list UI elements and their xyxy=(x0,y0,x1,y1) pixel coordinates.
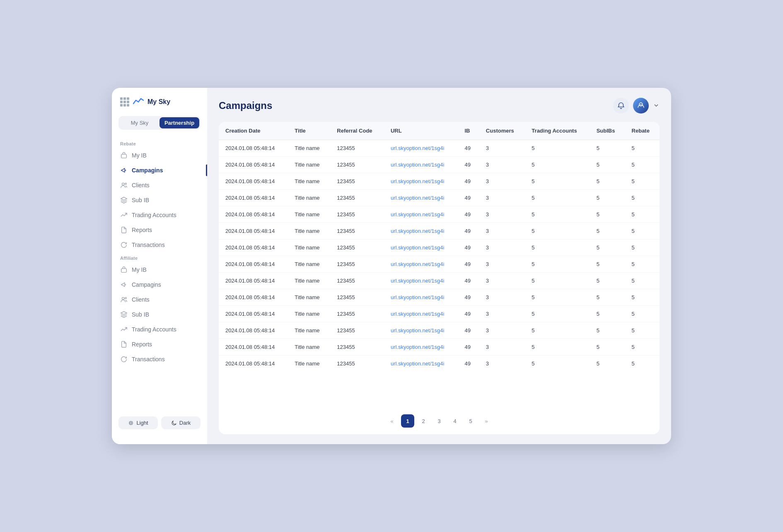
cell-url[interactable]: url.skyoption.net/1sg4i xyxy=(384,289,458,306)
cell-date: 2024.01.08 05:48:14 xyxy=(219,273,288,289)
sidebar-item-clients[interactable]: Clients xyxy=(112,178,207,193)
notification-button[interactable] xyxy=(613,98,629,114)
cell-url[interactable]: url.skyoption.net/1sg4i xyxy=(384,355,458,372)
table-row: 2024.01.08 05:48:14 Title name 123455 ur… xyxy=(219,256,660,273)
sidebar-item-campaigns[interactable]: Campagins xyxy=(112,163,207,178)
cell-url[interactable]: url.skyoption.net/1sg4i xyxy=(384,190,458,206)
sidebar-item-aff-clients[interactable]: Clients xyxy=(112,292,207,307)
dark-theme-button[interactable]: Dark xyxy=(161,416,201,429)
sidebar-item-aff-campaigns[interactable]: Campagins xyxy=(112,277,207,292)
url-link: url.skyoption.net/1sg4i xyxy=(391,211,444,218)
cell-url[interactable]: url.skyoption.net/1sg4i xyxy=(384,339,458,355)
sidebar-item-sub-ib-label: Sub IB xyxy=(132,197,149,203)
chevron-down-icon xyxy=(653,102,660,109)
sidebar-item-campaigns-label: Campagins xyxy=(132,167,163,174)
cell-trading-accounts: 5 xyxy=(525,256,590,273)
sidebar-item-sub-ib[interactable]: Sub IB xyxy=(112,193,207,208)
table-row: 2024.01.08 05:48:14 Title name 123455 ur… xyxy=(219,157,660,173)
sidebar-item-aff-trading-accounts[interactable]: Trading Accounts xyxy=(112,322,207,337)
cell-customers: 3 xyxy=(479,157,525,173)
pagination-prev[interactable]: « xyxy=(385,414,399,428)
table-row: 2024.01.08 05:48:14 Title name 123455 ur… xyxy=(219,339,660,355)
cell-date: 2024.01.08 05:48:14 xyxy=(219,306,288,322)
table-row: 2024.01.08 05:48:14 Title name 123455 ur… xyxy=(219,206,660,223)
cell-date: 2024.01.08 05:48:14 xyxy=(219,239,288,256)
bell-icon xyxy=(617,102,625,109)
table-row: 2024.01.08 05:48:14 Title name 123455 ur… xyxy=(219,190,660,206)
user-menu-chevron[interactable] xyxy=(653,102,660,110)
cell-url[interactable]: url.skyoption.net/1sg4i xyxy=(384,256,458,273)
sidebar-logo: My Sky xyxy=(112,96,207,116)
campaigns-table-container: Creation Date Title Referral Code URL IB… xyxy=(219,122,660,434)
sidebar-item-reports-label: Reports xyxy=(132,227,152,233)
cell-trading-accounts: 5 xyxy=(525,157,590,173)
cell-ib: 49 xyxy=(458,339,479,355)
cell-date: 2024.01.08 05:48:14 xyxy=(219,339,288,355)
col-title: Title xyxy=(288,122,330,140)
cell-title: Title name xyxy=(288,273,330,289)
my-sky-tab[interactable]: My Sky xyxy=(120,117,160,128)
grid-icon xyxy=(120,97,129,106)
table-row: 2024.01.08 05:48:14 Title name 123455 ur… xyxy=(219,306,660,322)
url-link: url.skyoption.net/1sg4i xyxy=(391,327,444,334)
cell-trading-accounts: 5 xyxy=(525,322,590,339)
cell-url[interactable]: url.skyoption.net/1sg4i xyxy=(384,157,458,173)
cell-customers: 3 xyxy=(479,339,525,355)
svg-point-6 xyxy=(130,422,133,424)
cell-trading-accounts: 5 xyxy=(525,306,590,322)
cell-customers: 3 xyxy=(479,322,525,339)
cell-ib: 49 xyxy=(458,322,479,339)
cell-customers: 3 xyxy=(479,140,525,157)
sidebar-item-reports[interactable]: Reports xyxy=(112,222,207,237)
cell-ib: 49 xyxy=(458,306,479,322)
cell-date: 2024.01.08 05:48:14 xyxy=(219,223,288,239)
cell-code: 123455 xyxy=(330,173,384,190)
partnership-tab[interactable]: Partnership xyxy=(160,117,199,128)
light-theme-button[interactable]: Light xyxy=(118,416,158,429)
cell-url[interactable]: url.skyoption.net/1sg4i xyxy=(384,306,458,322)
cell-title: Title name xyxy=(288,289,330,306)
cell-trading-accounts: 5 xyxy=(525,239,590,256)
pagination-page-5[interactable]: 5 xyxy=(464,414,477,428)
sidebar-item-my-ib[interactable]: My IB xyxy=(112,148,207,163)
url-link: url.skyoption.net/1sg4i xyxy=(391,178,444,184)
sidebar-item-aff-transactions-label: Transactions xyxy=(132,356,165,363)
svg-point-1 xyxy=(122,183,124,185)
cell-title: Title name xyxy=(288,140,330,157)
cell-url[interactable]: url.skyoption.net/1sg4i xyxy=(384,223,458,239)
cell-rebate: 5 xyxy=(625,223,660,239)
pagination-page-3[interactable]: 3 xyxy=(433,414,446,428)
trending-up-icon-2 xyxy=(120,326,128,333)
cell-code: 123455 xyxy=(330,206,384,223)
url-link: url.skyoption.net/1sg4i xyxy=(391,228,444,234)
cell-code: 123455 xyxy=(330,322,384,339)
cell-trading-accounts: 5 xyxy=(525,206,590,223)
cell-rebate: 5 xyxy=(625,273,660,289)
sidebar-item-aff-sub-ib[interactable]: Sub IB xyxy=(112,307,207,322)
cell-subibs: 5 xyxy=(590,190,625,206)
sidebar-item-aff-trading-accounts-label: Trading Accounts xyxy=(132,326,176,333)
cell-customers: 3 xyxy=(479,239,525,256)
cell-url[interactable]: url.skyoption.net/1sg4i xyxy=(384,273,458,289)
sidebar-item-my-ib-label: My IB xyxy=(132,152,147,159)
cell-url[interactable]: url.skyoption.net/1sg4i xyxy=(384,322,458,339)
cell-url[interactable]: url.skyoption.net/1sg4i xyxy=(384,173,458,190)
trending-up-icon xyxy=(120,211,128,219)
scrollable-table[interactable]: Creation Date Title Referral Code URL IB… xyxy=(219,122,660,408)
sidebar-item-trading-accounts[interactable]: Trading Accounts xyxy=(112,208,207,222)
sidebar-item-aff-reports[interactable]: Reports xyxy=(112,337,207,352)
sidebar-item-transactions[interactable]: Transactions xyxy=(112,237,207,252)
pagination-page-4[interactable]: 4 xyxy=(448,414,462,428)
sidebar-item-aff-transactions[interactable]: Transactions xyxy=(112,352,207,367)
cell-date: 2024.01.08 05:48:14 xyxy=(219,289,288,306)
cell-rebate: 5 xyxy=(625,306,660,322)
cell-url[interactable]: url.skyoption.net/1sg4i xyxy=(384,206,458,223)
pagination-page-1[interactable]: 1 xyxy=(401,414,414,428)
sidebar-item-trading-accounts-label: Trading Accounts xyxy=(132,212,176,218)
pagination-next[interactable]: » xyxy=(480,414,493,428)
pagination-page-2[interactable]: 2 xyxy=(417,414,430,428)
cell-url[interactable]: url.skyoption.net/1sg4i xyxy=(384,140,458,157)
sidebar-item-aff-my-ib[interactable]: My IB xyxy=(112,262,207,277)
cell-url[interactable]: url.skyoption.net/1sg4i xyxy=(384,239,458,256)
cell-subibs: 5 xyxy=(590,173,625,190)
